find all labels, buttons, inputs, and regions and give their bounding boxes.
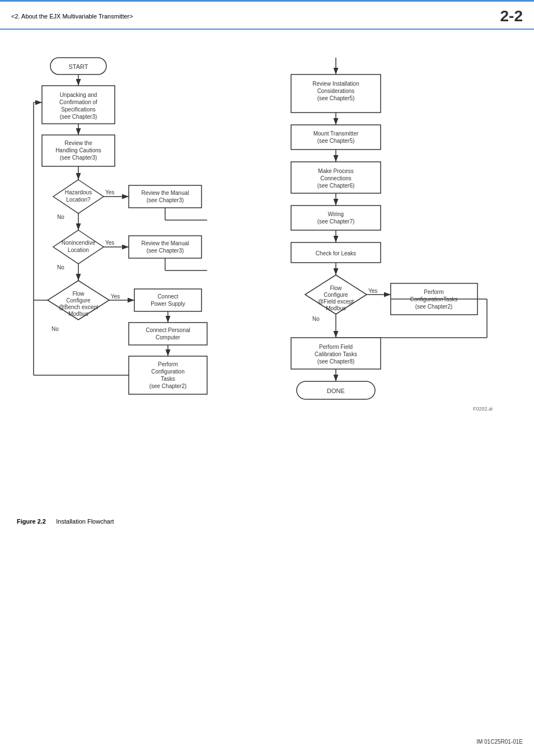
- svg-text:Considerations: Considerations: [317, 88, 355, 94]
- svg-text:Configure: Configure: [66, 297, 91, 304]
- svg-text:Configure: Configure: [324, 292, 348, 298]
- svg-text:Modbus: Modbus: [326, 305, 346, 311]
- svg-text:Check for Leaks: Check for Leaks: [316, 250, 356, 256]
- svg-text:Perform: Perform: [424, 289, 444, 295]
- svg-rect-20: [129, 185, 202, 208]
- svg-text:Connect: Connect: [157, 293, 178, 300]
- svg-text:Mount Transmitter: Mount Transmitter: [313, 130, 359, 137]
- svg-text:Yes: Yes: [111, 293, 120, 300]
- svg-text:Review the: Review the: [64, 140, 92, 146]
- page-header: <2. About the EJX Multivariable Transmit…: [0, 2, 534, 30]
- svg-text:Perform: Perform: [158, 361, 178, 367]
- svg-text:START: START: [68, 63, 88, 70]
- figure-caption-text: Installation Flowchart: [56, 518, 114, 525]
- svg-text:Computer: Computer: [156, 334, 181, 340]
- svg-text:No: No: [57, 264, 64, 270]
- svg-text:(see Chapter7): (see Chapter7): [317, 218, 355, 225]
- svg-text:No: No: [57, 214, 64, 220]
- svg-text:DONE: DONE: [327, 388, 345, 394]
- header-title: <2. About the EJX Multivariable Transmit…: [11, 13, 133, 20]
- svg-text:Flow: Flow: [72, 291, 85, 297]
- svg-rect-46: [134, 289, 202, 311]
- svg-text:Review Installation: Review Installation: [312, 81, 359, 87]
- svg-text:F0202.ai: F0202.ai: [473, 406, 493, 412]
- page-footer: IM 01C25R01-01E: [476, 739, 523, 745]
- svg-text:(see Chapter3): (see Chapter3): [60, 155, 97, 161]
- svg-text:Calibration Tasks: Calibration Tasks: [315, 351, 357, 357]
- svg-rect-71: [291, 125, 381, 150]
- svg-text:Nonincendive: Nonincendive: [62, 240, 96, 246]
- svg-text:(see Chapter6): (see Chapter6): [317, 183, 355, 189]
- svg-text:Specifications: Specifications: [61, 106, 96, 113]
- doc-id: IM 01C25R01-01E: [476, 739, 523, 745]
- svg-text:Connect Personal: Connect Personal: [146, 327, 190, 333]
- svg-text:Review the Manual: Review the Manual: [141, 190, 189, 196]
- svg-text:Perform Field: Perform Field: [319, 344, 353, 350]
- svg-text:Review the Manual: Review the Manual: [141, 240, 189, 246]
- svg-text:Handling Cautions: Handling Cautions: [55, 147, 101, 153]
- svg-text:(see Chapter8): (see Chapter8): [317, 358, 355, 365]
- svg-text:Connections: Connections: [320, 175, 352, 181]
- flowchart-svg: START Unpacking and Confirmation of Spec…: [17, 41, 521, 500]
- flowchart-area: START Unpacking and Confirmation of Spec…: [0, 30, 534, 512]
- svg-text:Wiring: Wiring: [328, 211, 344, 217]
- svg-text:(see Chapter2): (see Chapter2): [149, 383, 187, 389]
- svg-text:Confirmation of: Confirmation of: [59, 99, 97, 105]
- svg-text:Power Supply: Power Supply: [151, 301, 185, 307]
- svg-text:Yes: Yes: [368, 288, 377, 294]
- svg-text:Unpacking and: Unpacking and: [60, 92, 97, 98]
- svg-text:(see Chapter2): (see Chapter2): [415, 304, 453, 310]
- svg-text:Location: Location: [68, 247, 89, 253]
- page-number: 2-2: [500, 7, 523, 25]
- svg-text:Configuration: Configuration: [151, 368, 184, 375]
- svg-text:Modbus: Modbus: [68, 311, 88, 317]
- svg-rect-80: [291, 206, 381, 230]
- figure-num: Figure 2.2: [17, 518, 46, 525]
- svg-text:Yes: Yes: [105, 240, 114, 246]
- svg-text:Location?: Location?: [66, 197, 91, 203]
- svg-text:Yes: Yes: [105, 189, 114, 195]
- svg-text:Flow: Flow: [330, 285, 342, 291]
- svg-text:(see Chapter3): (see Chapter3): [147, 248, 184, 254]
- svg-text:@Bench except: @Bench except: [59, 304, 99, 310]
- figure-caption: Figure 2.2 Installation Flowchart: [0, 512, 534, 530]
- svg-text:Make Process: Make Process: [318, 168, 353, 174]
- svg-text:(see Chapter5): (see Chapter5): [317, 138, 355, 144]
- svg-text:(see Chapter5): (see Chapter5): [317, 95, 355, 101]
- svg-text:Tasks: Tasks: [161, 376, 175, 382]
- svg-text:No: No: [312, 316, 320, 322]
- svg-rect-32: [129, 236, 202, 258]
- svg-text:@Field except: @Field except: [318, 298, 354, 305]
- svg-text:Hazardous: Hazardous: [65, 189, 92, 195]
- svg-text:(see Chapter3): (see Chapter3): [60, 114, 97, 120]
- svg-text:No: No: [51, 326, 59, 332]
- svg-text:(see Chapter3): (see Chapter3): [147, 197, 184, 203]
- svg-rect-50: [129, 323, 207, 345]
